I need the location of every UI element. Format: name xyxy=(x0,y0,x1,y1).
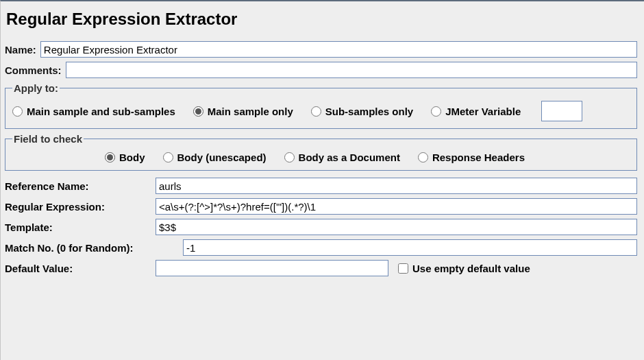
field-label-response-headers: Response Headers xyxy=(432,152,525,163)
apply-to-radio-main-only[interactable] xyxy=(193,106,203,117)
field-option-body-document[interactable]: Body as a Document xyxy=(284,152,400,163)
use-empty-default-label: Use empty default value xyxy=(412,263,530,274)
field-label-body: Body xyxy=(119,152,145,163)
apply-to-label-main-only: Main sample only xyxy=(208,106,293,117)
field-radio-body-unescaped[interactable] xyxy=(163,152,173,163)
name-input[interactable] xyxy=(40,41,637,58)
regular-expression-label: Regular Expression: xyxy=(5,201,156,213)
field-label-body-unescaped: Body (unescaped) xyxy=(177,152,267,163)
apply-to-option-main-only[interactable]: Main sample only xyxy=(193,106,293,117)
apply-to-fieldset: Apply to: Main sample and sub-samples Ma… xyxy=(5,82,637,129)
apply-to-radio-main-and-sub[interactable] xyxy=(12,106,23,117)
name-label: Name: xyxy=(5,44,36,56)
reference-name-label: Reference Name: xyxy=(5,180,156,192)
apply-to-legend: Apply to: xyxy=(12,82,60,94)
default-value-label: Default Value: xyxy=(5,263,156,274)
field-option-body-unescaped[interactable]: Body (unescaped) xyxy=(163,152,267,163)
default-value-input[interactable] xyxy=(156,260,388,276)
match-no-input[interactable] xyxy=(183,239,637,256)
apply-to-radio-sub-only[interactable] xyxy=(311,106,321,117)
field-option-body[interactable]: Body xyxy=(105,152,145,163)
template-input[interactable] xyxy=(156,219,637,235)
jmeter-variable-input[interactable] xyxy=(541,101,582,121)
template-label: Template: xyxy=(5,221,156,233)
use-empty-default-checkbox-row[interactable]: Use empty default value xyxy=(398,263,530,274)
field-radio-response-headers[interactable] xyxy=(418,152,428,163)
field-to-check-legend: Field to check xyxy=(12,133,84,145)
regular-expression-input[interactable] xyxy=(156,198,637,215)
apply-to-label-sub-only: Sub-samples only xyxy=(325,106,413,117)
field-to-check-fieldset: Field to check Body Body (unescaped) Bod… xyxy=(5,133,637,171)
page-title: Regular Expression Extractor xyxy=(6,10,636,29)
match-no-label: Match No. (0 for Random): xyxy=(5,242,183,254)
reference-name-input[interactable] xyxy=(156,178,637,194)
field-option-response-headers[interactable]: Response Headers xyxy=(418,152,525,163)
field-label-body-document: Body as a Document xyxy=(299,152,400,163)
field-radio-body-document[interactable] xyxy=(284,152,295,163)
apply-to-radio-jmeter-variable[interactable] xyxy=(431,106,441,117)
comments-label: Comments: xyxy=(5,64,62,76)
apply-to-option-sub-only[interactable]: Sub-samples only xyxy=(311,106,413,117)
apply-to-label-jmeter-variable: JMeter Variable xyxy=(445,106,521,117)
apply-to-option-main-and-sub[interactable]: Main sample and sub-samples xyxy=(12,106,175,117)
comments-input[interactable] xyxy=(66,62,637,78)
apply-to-option-jmeter-variable[interactable]: JMeter Variable xyxy=(431,106,521,117)
use-empty-default-checkbox[interactable] xyxy=(398,263,408,274)
field-radio-body[interactable] xyxy=(105,152,115,163)
apply-to-label-main-and-sub: Main sample and sub-samples xyxy=(27,106,175,117)
